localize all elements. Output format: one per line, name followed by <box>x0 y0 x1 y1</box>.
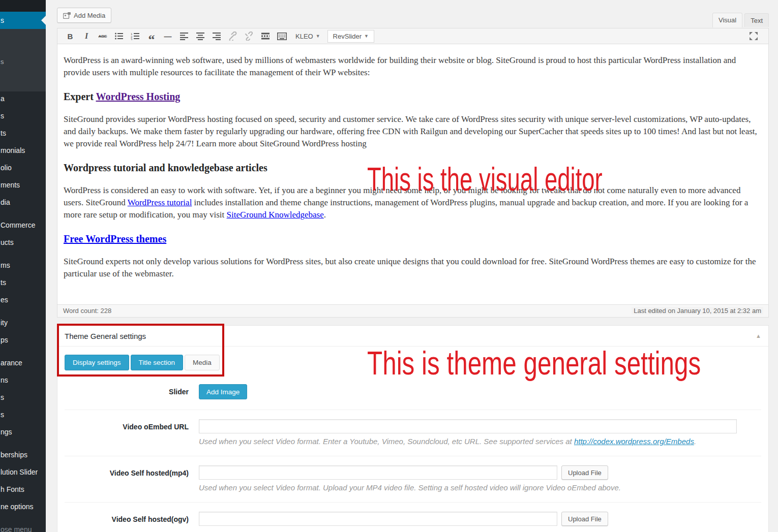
knowledgebase-link[interactable]: SiteGround Knowledgebase <box>227 210 324 220</box>
word-count: Word count: 228 <box>63 307 111 315</box>
sidebar-item-label: olio <box>1 164 12 172</box>
editor-content[interactable]: WordPress is an award-winning web softwa… <box>57 44 768 305</box>
video-mp4-label: Video Self hosted(mp4) <box>65 465 189 481</box>
sidebar-item-label: ity <box>1 319 8 327</box>
sidebar-item-label: ne options <box>1 503 34 511</box>
sidebar-item[interactable]: es <box>0 291 46 308</box>
metabox-header[interactable]: Theme General settings ▲ <box>57 326 768 347</box>
sidebar-item[interactable]: ms <box>0 257 46 274</box>
sidebar-item[interactable]: arance <box>0 354 46 371</box>
kleo-dropdown[interactable]: KLEO ▼ <box>295 33 320 40</box>
tab-visual[interactable]: Visual <box>712 13 742 27</box>
add-image-button[interactable]: Add Image <box>199 384 247 399</box>
post-editor: B I ABE 123 “ — <box>57 28 769 318</box>
sidebar-item-label: ms <box>1 261 10 269</box>
align-center-icon[interactable] <box>194 30 207 42</box>
tab-title-section[interactable]: Title section <box>131 355 184 370</box>
blockquote-icon[interactable]: “ <box>145 30 158 42</box>
theme-settings-metabox: Theme General settings ▲ Display setting… <box>57 325 769 532</box>
svg-text:3: 3 <box>131 38 133 41</box>
sidebar-item[interactable]: ments <box>0 176 46 194</box>
video-ogv-row: Video Self hosted(ogv) Upload File <box>65 503 761 532</box>
toolbar-toggle-icon[interactable] <box>275 30 288 42</box>
sidebar-item-label: ns <box>1 376 8 384</box>
video-mp4-row: Video Self hosted(mp4) Upload File Used … <box>65 456 761 503</box>
sidebar-item-label: ts <box>1 129 6 137</box>
more-tag-icon[interactable] <box>259 30 272 42</box>
sidebar-item-label: s <box>1 393 4 401</box>
sidebar-item[interactable]: Commerce <box>0 216 46 234</box>
wordpress-hosting-link[interactable]: WordPress Hosting <box>96 91 181 102</box>
sidebar-item[interactable]: ne options <box>0 498 46 515</box>
sidebar-item[interactable]: a <box>0 90 46 107</box>
sidebar-item-label: lution Slider <box>1 468 38 476</box>
free-themes-link[interactable]: Free WordPress themes <box>64 233 166 244</box>
sidebar-item-label: arance <box>1 359 22 367</box>
horizontal-rule-icon[interactable]: — <box>161 30 174 42</box>
tab-media[interactable]: Media <box>185 355 220 370</box>
wordpress-tutorial-link[interactable]: WordPress tutorial <box>128 198 192 207</box>
media-icon <box>63 12 71 19</box>
link-icon[interactable] <box>226 30 240 42</box>
sidebar-item-label: ose menu <box>1 525 32 532</box>
sidebar-item[interactable]: ose menu <box>0 521 46 532</box>
sidebar-item[interactable]: ps <box>0 331 46 349</box>
sidebar-item-label: ts <box>1 278 6 287</box>
bold-icon[interactable]: B <box>64 30 77 42</box>
unlink-icon[interactable] <box>243 30 256 42</box>
align-right-icon[interactable] <box>210 30 223 42</box>
bullet-list-icon[interactable] <box>112 30 126 42</box>
revslider-dropdown[interactable]: RevSlider ▼ <box>327 30 374 43</box>
collapse-arrow-icon[interactable]: ▲ <box>756 326 761 347</box>
tab-text[interactable]: Text <box>744 13 769 27</box>
video-ogv-input[interactable] <box>199 512 557 526</box>
sidebar-item-label: h Fonts <box>1 485 24 493</box>
video-oembed-input[interactable] <box>199 419 737 433</box>
sidebar-item-label: berships <box>1 451 27 459</box>
sidebar-item[interactable]: lution Slider <box>0 463 46 481</box>
upload-file-button[interactable]: Upload File <box>561 465 608 480</box>
video-mp4-input[interactable] <box>199 465 557 480</box>
strikethrough-icon[interactable]: ABE <box>96 30 109 42</box>
sidebar-item[interactable]: ns <box>0 371 46 389</box>
slider-row: Slider Add Image <box>65 384 761 410</box>
video-oembed-label: Video oEmbed URL <box>65 419 189 434</box>
sidebar-item[interactable]: s <box>0 389 46 406</box>
upload-file-button[interactable]: Upload File <box>561 512 608 526</box>
sidebar-item-active[interactable]: s <box>0 12 46 29</box>
sidebar-item[interactable]: berships <box>0 446 46 463</box>
sidebar-item[interactable]: h Fonts <box>0 481 46 498</box>
editor-mode-tabs: Visual Text <box>712 13 769 27</box>
editor-heading: Wordpress tutorial and knowledgebase art… <box>64 162 761 174</box>
sidebar-item[interactable]: dia <box>0 194 46 211</box>
description-text: . <box>694 437 696 446</box>
sidebar-submenu-item[interactable]: s <box>1 58 4 66</box>
sidebar-item[interactable]: ts <box>0 124 46 142</box>
numbered-list-icon[interactable]: 123 <box>129 30 142 42</box>
sidebar-item[interactable]: ngs <box>0 423 46 441</box>
theme-settings-tabs: Display settings Title section Media <box>65 355 761 370</box>
sidebar-item[interactable]: olio <box>0 159 46 176</box>
kleo-label: KLEO <box>295 33 313 40</box>
add-media-button[interactable]: Add Media <box>57 8 111 23</box>
sidebar-item[interactable]: s <box>0 107 46 124</box>
admin-sidebar: s s a s ts monials olio ments dia Commer… <box>0 0 46 532</box>
sidebar-item-label: Commerce <box>1 221 35 229</box>
sidebar-item[interactable]: ity <box>0 314 46 331</box>
sidebar-item-label: monials <box>1 146 25 154</box>
admin-topbar <box>0 0 46 12</box>
video-oembed-description: Used when you select Video format. Enter… <box>199 437 761 446</box>
add-media-label: Add Media <box>74 12 105 19</box>
fullscreen-expand-icon[interactable] <box>747 30 760 42</box>
sidebar-item[interactable]: ts <box>0 274 46 291</box>
embeds-codex-link[interactable]: http://codex.wordpress.org/Embeds <box>574 437 694 446</box>
italic-icon[interactable]: I <box>80 30 93 42</box>
sidebar-menu: a s ts monials olio ments dia Commerce u… <box>0 90 46 532</box>
revslider-label: RevSlider <box>333 33 362 40</box>
align-left-icon[interactable] <box>177 30 191 42</box>
slider-label: Slider <box>65 384 189 399</box>
sidebar-item[interactable]: ucts <box>0 234 46 251</box>
sidebar-item[interactable]: monials <box>0 142 46 159</box>
tab-display-settings[interactable]: Display settings <box>65 355 129 370</box>
sidebar-item[interactable]: s <box>0 406 46 423</box>
